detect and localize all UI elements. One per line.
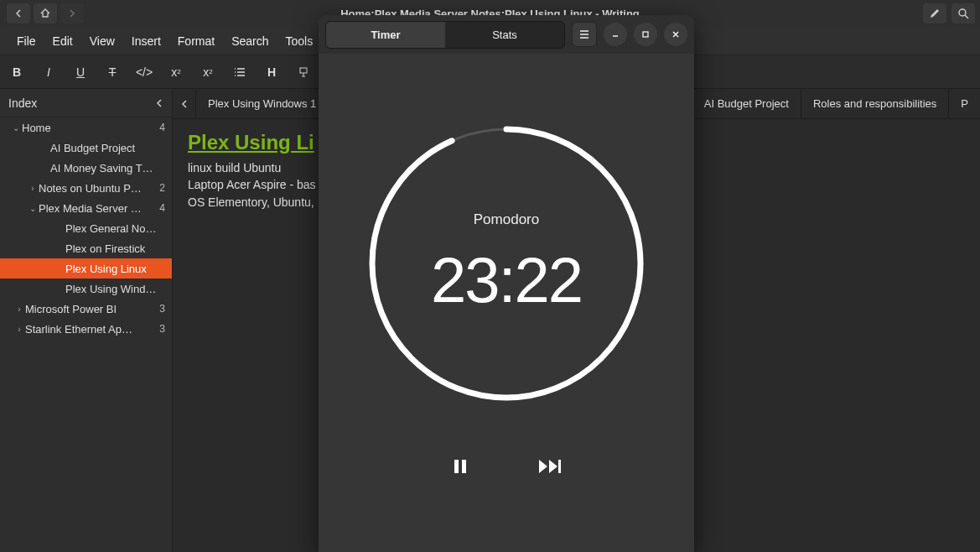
close-icon[interactable] xyxy=(664,23,687,46)
sidebar-tree: ⌄Home4AI Budget ProjectAI Money Saving T… xyxy=(0,117,172,552)
pomodoro-window: Timer Stats Pomodoro 23:22 xyxy=(319,15,694,552)
tree-item[interactable]: ⌄Home4 xyxy=(0,117,172,138)
nav-forward-button[interactable] xyxy=(60,3,84,23)
code-icon[interactable]: </> xyxy=(136,64,153,81)
pause-button[interactable] xyxy=(450,456,470,480)
pomodoro-tabs: Timer Stats xyxy=(325,21,565,49)
superscript-icon[interactable]: x2 xyxy=(200,64,216,81)
menu-file[interactable]: File xyxy=(8,29,44,53)
menu-tools[interactable]: Tools xyxy=(277,29,322,53)
pomodoro-header: Timer Stats xyxy=(319,15,694,54)
tree-item[interactable]: ›Starlink Ethernet Ap…3 xyxy=(0,319,172,339)
menu-view[interactable]: View xyxy=(81,29,123,53)
svg-rect-1 xyxy=(300,68,307,73)
tree-item[interactable]: AI Money Saving T… xyxy=(0,158,172,178)
tree-item[interactable]: AI Budget Project xyxy=(0,138,172,158)
tab-plex-windows[interactable]: Plex Using Windows 1 xyxy=(196,89,329,118)
maximize-icon[interactable] xyxy=(634,23,657,46)
timer-ring: Pomodoro 23:22 xyxy=(364,121,649,406)
underline-icon[interactable]: U xyxy=(72,64,89,81)
svg-rect-2 xyxy=(643,32,648,37)
insert-icon[interactable] xyxy=(295,64,312,81)
svg-rect-7 xyxy=(558,460,561,473)
heading-icon[interactable]: H xyxy=(263,64,280,81)
timer-mode-label: Pomodoro xyxy=(474,211,539,228)
tree-item[interactable]: Plex Using Wind… xyxy=(0,279,172,299)
menu-format[interactable]: Format xyxy=(169,29,223,53)
skip-button[interactable] xyxy=(537,456,563,480)
subscript-icon[interactable]: x2 xyxy=(168,64,184,81)
nav-home-button[interactable] xyxy=(34,3,57,23)
list-icon[interactable] xyxy=(231,64,248,81)
tree-item[interactable]: ›Microsoft Power BI3 xyxy=(0,299,172,319)
search-icon[interactable] xyxy=(951,3,975,23)
strike-icon[interactable]: T xyxy=(104,64,121,81)
menu-insert[interactable]: Insert xyxy=(123,29,169,53)
sidebar: Index ⌄Home4AI Budget ProjectAI Money Sa… xyxy=(0,89,173,552)
timer-time: 23:22 xyxy=(431,243,582,316)
sidebar-header: Index xyxy=(8,96,37,110)
tree-item[interactable]: ›Notes on Ubuntu P…2 xyxy=(0,178,172,198)
tab-timer[interactable]: Timer xyxy=(326,22,445,48)
tree-item[interactable]: Plex General No… xyxy=(0,218,172,238)
edit-icon[interactable] xyxy=(923,3,946,23)
tab-back-button[interactable] xyxy=(173,89,196,118)
nav-back-button[interactable] xyxy=(7,3,30,23)
tab-ai-budget[interactable]: AI Budget Project xyxy=(692,89,801,118)
tab-roles[interactable]: Roles and responsibilities xyxy=(801,89,949,118)
svg-rect-5 xyxy=(454,460,459,473)
minimize-icon[interactable] xyxy=(604,23,627,46)
sidebar-collapse-icon[interactable] xyxy=(155,96,163,110)
svg-point-0 xyxy=(959,9,966,16)
tab-stats[interactable]: Stats xyxy=(445,22,564,48)
tree-item[interactable]: Plex Using Linux xyxy=(0,258,172,279)
menu-edit[interactable]: Edit xyxy=(44,29,81,53)
italic-icon[interactable]: I xyxy=(40,64,57,81)
tree-item[interactable]: Plex on Firestick xyxy=(0,238,172,258)
svg-rect-6 xyxy=(462,460,466,473)
menu-search[interactable]: Search xyxy=(223,29,277,53)
tree-item[interactable]: ⌄Plex Media Server …4 xyxy=(0,198,172,218)
bold-icon[interactable]: B xyxy=(8,64,25,81)
hamburger-icon[interactable] xyxy=(572,22,597,47)
tab-partial[interactable]: P xyxy=(949,89,980,118)
